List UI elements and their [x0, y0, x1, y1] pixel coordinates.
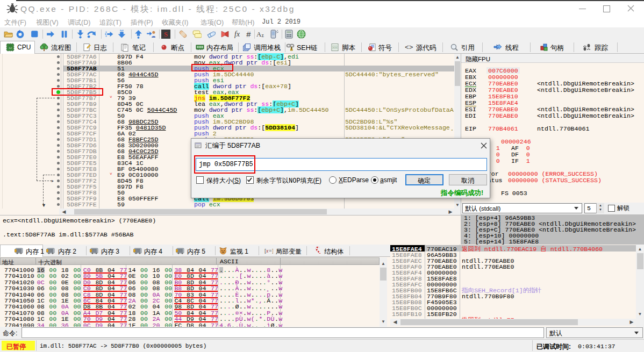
svg-text:<>: <> — [333, 46, 337, 49]
svg-text:!: ! — [291, 47, 292, 51]
svg-text:#: # — [246, 30, 251, 39]
svg-text:A: A — [256, 31, 262, 38]
svg-text:z: z — [262, 32, 264, 38]
svg-text:32: 32 — [9, 46, 12, 49]
svg-text:<>: <> — [405, 44, 413, 52]
svg-text:S: S — [164, 31, 168, 38]
svg-text:fx: fx — [234, 30, 240, 38]
svg-text:=]: =] — [269, 248, 273, 254]
